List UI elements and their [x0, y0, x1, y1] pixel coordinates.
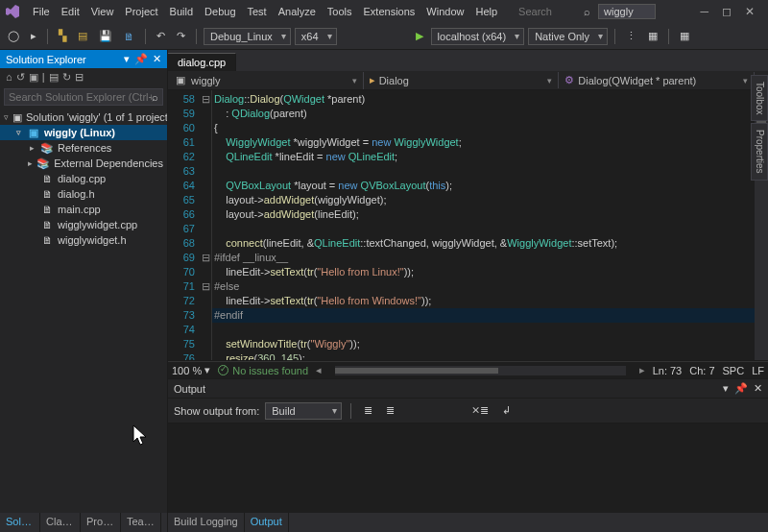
global-search-input[interactable] — [518, 6, 576, 17]
menu-extensions[interactable]: Extensions — [358, 3, 421, 20]
nav-fwd-button[interactable]: ▸ — [27, 27, 40, 45]
start-debug-button[interactable]: ▶ — [412, 27, 427, 45]
tree-node[interactable]: ▸📚References — [0, 140, 167, 156]
main-toolbar: ◯ ▸ ▚ ▤ 💾 🗎 ↶ ↷ Debug_Linux x64 ▶ localh… — [0, 23, 768, 50]
side-tab-properties[interactable]: Properties — [751, 123, 768, 181]
output-tool-2[interactable]: ≣ — [382, 401, 398, 420]
editor-tab[interactable]: dialog.cpp — [168, 53, 236, 71]
new-item-button[interactable]: ▚ — [55, 27, 70, 45]
search-icon[interactable]: ⌕ — [584, 6, 590, 17]
sln-refresh-icon[interactable]: ↻ — [62, 71, 71, 84]
menu-debug[interactable]: Debug — [199, 3, 241, 20]
outlining-margin[interactable]: ⊟⊟⊟ — [201, 90, 212, 360]
sln-sync-icon[interactable]: ↺ — [16, 71, 25, 84]
config-combo[interactable]: Debug_Linux — [204, 28, 291, 45]
sln-home-icon[interactable]: ⌂ — [6, 71, 12, 84]
toolbar-extra-3[interactable]: ▦ — [676, 27, 693, 45]
horizontal-scrollbar[interactable] — [335, 366, 626, 375]
menu-window[interactable]: Window — [420, 3, 469, 20]
menu-file[interactable]: File — [27, 3, 56, 20]
tree-node[interactable]: 🗎dialog.cpp — [0, 171, 167, 186]
panel-dropdown-icon[interactable]: ▾ — [723, 382, 729, 395]
editor-area: dialog.cpp ▣wiggly▾ ▸Dialog▾ ⚙Dialog(QWi… — [168, 50, 768, 532]
tree-node-label: main.cpp — [58, 204, 101, 215]
tree-node-label: wigglywidget.h — [58, 234, 127, 246]
editor-status-bar: 100 % ▾ No issues found ◂ ▸ Ln: 73 Ch: 7… — [168, 361, 768, 378]
tree-node[interactable]: 🗎dialog.h — [0, 186, 167, 202]
menu-edit[interactable]: Edit — [56, 3, 85, 20]
nav-class[interactable]: ▸Dialog▾ — [364, 72, 560, 88]
output-tool-1[interactable]: ≣ — [360, 401, 376, 420]
menu-project[interactable]: Project — [119, 3, 163, 20]
file-icon: 🗎 — [40, 233, 54, 247]
bottom-tab[interactable]: Soluti… — [0, 513, 40, 532]
menu-analyze[interactable]: Analyze — [273, 3, 322, 20]
bottom-tab[interactable]: Output — [245, 513, 289, 532]
menu-help[interactable]: Help — [469, 3, 503, 20]
platform-combo[interactable]: x64 — [295, 28, 337, 45]
solution-tree[interactable]: ▿ ▣ Solution 'wiggly' (1 of 1 project) ▿… — [0, 108, 167, 513]
window-close-icon[interactable]: ✕ — [745, 5, 755, 18]
debug-type-combo[interactable]: Native Only — [528, 28, 608, 45]
indent-indicator[interactable]: SPC — [723, 365, 745, 376]
solution-search-input[interactable] — [9, 91, 152, 103]
nav-project[interactable]: ▣wiggly▾ — [168, 72, 364, 89]
panel-close-icon[interactable]: ✕ — [754, 382, 762, 395]
eol-indicator[interactable]: LF — [752, 365, 764, 376]
bottom-tab[interactable]: Build Logging — [168, 513, 245, 532]
menu-build[interactable]: Build — [164, 3, 199, 20]
debug-target-combo[interactable]: localhost (x64) — [431, 28, 525, 45]
zoom-control[interactable]: 100 % ▾ — [172, 364, 210, 376]
sln-collapse-icon[interactable]: ⊟ — [75, 71, 84, 84]
panel-close-icon[interactable]: ✕ — [153, 53, 161, 65]
open-button[interactable]: ▤ — [74, 27, 91, 45]
nav-method-label: Dialog(QWidget * parent) — [578, 75, 696, 86]
panel-pin-icon[interactable]: 📌 — [734, 382, 748, 395]
output-from-label: Show output from: — [174, 405, 259, 417]
toolbar-extra-1[interactable]: ⋮ — [622, 27, 640, 45]
project-icon: ▣ — [27, 126, 40, 139]
project-node[interactable]: ▿ ▣ wiggly (Linux) — [0, 125, 167, 140]
panel-pin-icon[interactable]: 📌 — [134, 53, 148, 65]
sln-scope-icon[interactable]: ▣ — [29, 71, 38, 84]
issues-indicator[interactable]: No issues found — [218, 365, 308, 376]
solution-search[interactable]: ⌕ — [4, 88, 163, 106]
output-clear-icon[interactable]: ⨯≣ — [468, 401, 492, 420]
bottom-tab[interactable]: Prope… — [81, 513, 121, 532]
output-wrap-icon[interactable]: ↲ — [498, 401, 515, 420]
bottom-tab[interactable]: Team… — [121, 513, 161, 532]
solution-icon: ▣ — [12, 110, 22, 124]
menu-test[interactable]: Test — [242, 3, 273, 20]
window-minimize-icon[interactable]: ─ — [700, 5, 708, 18]
navigation-bar: ▣wiggly▾ ▸Dialog▾ ⚙Dialog(QWidget * pare… — [168, 71, 768, 90]
tree-node[interactable]: ▸📚External Dependencies — [0, 156, 167, 171]
file-icon: 🗎 — [40, 218, 54, 231]
toolbar-extra-2[interactable]: ▦ — [644, 27, 661, 45]
side-tab-toolbox[interactable]: Toolbox — [751, 75, 768, 121]
solution-explorer-title: Solution Explorer ▾ 📌 ✕ — [0, 50, 167, 68]
save-all-button[interactable]: 🗎 — [120, 28, 138, 45]
output-body[interactable] — [168, 423, 768, 513]
output-source-combo[interactable]: Build — [265, 402, 342, 420]
bottom-tab[interactable]: Class… — [40, 513, 81, 532]
sln-showall-icon[interactable]: ▤ — [49, 71, 59, 84]
panel-dropdown-icon[interactable]: ▾ — [124, 53, 130, 65]
undo-button[interactable]: ↶ — [153, 27, 169, 45]
code-surface[interactable]: Dialog::Dialog(QWidget *parent) : QDialo… — [212, 90, 755, 360]
nav-method[interactable]: ⚙Dialog(QWidget * parent)▾ — [559, 72, 755, 88]
nav-back-button[interactable]: ◯ — [4, 27, 23, 45]
tree-node[interactable]: 🗎main.cpp — [0, 202, 167, 217]
tree-node[interactable]: 🗎wigglywidget.h — [0, 232, 167, 248]
redo-button[interactable]: ↷ — [173, 27, 189, 45]
search-icon[interactable]: ⌕ — [152, 91, 158, 103]
check-icon — [218, 365, 228, 375]
window-maximize-icon[interactable]: ◻ — [722, 5, 732, 18]
tree-node[interactable]: 🗎wigglywidget.cpp — [0, 217, 167, 232]
menu-view[interactable]: View — [85, 3, 120, 20]
menu-tools[interactable]: Tools — [322, 3, 358, 20]
code-editor[interactable]: 58596061626364656667686970717273747576 ⊟… — [168, 90, 768, 361]
save-button[interactable]: 💾 — [95, 27, 116, 45]
project-selector[interactable]: wiggly — [598, 4, 656, 19]
solution-root[interactable]: ▿ ▣ Solution 'wiggly' (1 of 1 project) — [0, 109, 167, 125]
zoom-label: 100 % — [172, 365, 202, 376]
